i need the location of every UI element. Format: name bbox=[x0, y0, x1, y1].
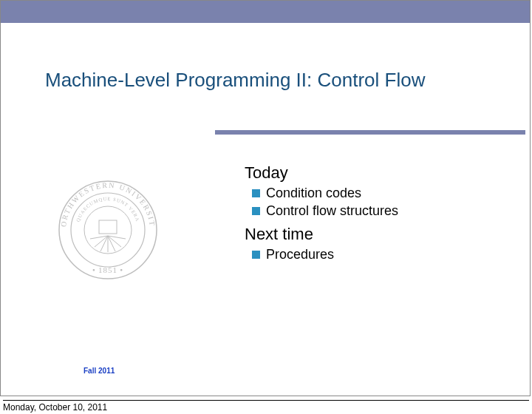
seal-year: 1851 bbox=[98, 265, 117, 274]
list-item-label: Control flow structures bbox=[266, 203, 398, 219]
list-item-label: Procedures bbox=[266, 247, 334, 262]
list-item: Control flow structures bbox=[252, 203, 481, 219]
square-bullet-icon bbox=[252, 207, 260, 215]
svg-point-1 bbox=[71, 193, 145, 267]
heading-today: Today bbox=[245, 163, 481, 183]
svg-text:• 1851 •: • 1851 • bbox=[92, 265, 123, 274]
page-title: Machine-Level Programming II: Control Fl… bbox=[45, 69, 515, 92]
term-label: Fall 2011 bbox=[83, 367, 115, 375]
slide: Machine-Level Programming II: Control Fl… bbox=[0, 0, 531, 396]
horizontal-divider bbox=[215, 130, 525, 135]
footer-date: Monday, October 10, 2011 bbox=[3, 400, 529, 413]
svg-line-11 bbox=[100, 236, 108, 251]
square-bullet-icon bbox=[252, 189, 260, 197]
square-bullet-icon bbox=[252, 251, 260, 259]
svg-line-12 bbox=[108, 236, 115, 251]
list-item: Condition codes bbox=[252, 186, 481, 201]
university-seal-icon: NORTHWESTERN UNIVERSITY QUAECUMQUE SUNT … bbox=[56, 178, 160, 282]
content-block: Today Condition codes Control flow struc… bbox=[245, 162, 481, 265]
svg-rect-5 bbox=[99, 220, 117, 234]
top-accent-bar bbox=[1, 1, 530, 23]
list-item-label: Condition codes bbox=[266, 186, 361, 201]
seal-motto-text: QUAECUMQUE SUNT VERA bbox=[75, 196, 141, 223]
list-item: Procedures bbox=[252, 247, 481, 262]
svg-text:QUAECUMQUE SUNT VERA: QUAECUMQUE SUNT VERA bbox=[75, 196, 141, 223]
heading-next-time: Next time bbox=[245, 225, 481, 244]
